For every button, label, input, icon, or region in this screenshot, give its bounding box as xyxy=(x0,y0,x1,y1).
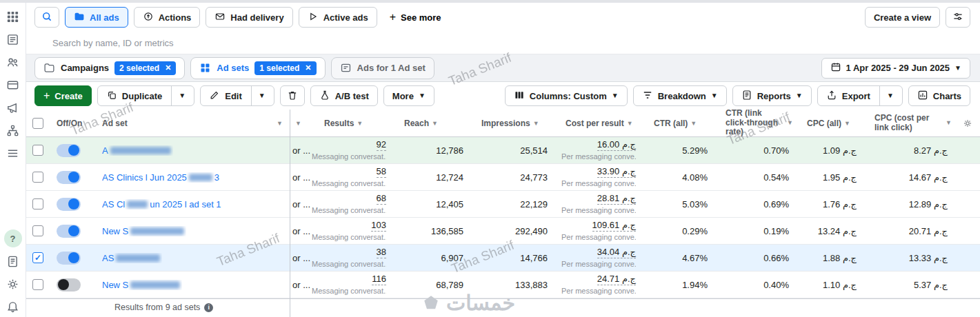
toggle-knob xyxy=(68,172,79,183)
delete-button[interactable] xyxy=(280,85,305,106)
adset-name-link[interactable]: New S xyxy=(102,226,186,236)
row-toggle[interactable] xyxy=(57,198,81,211)
results-value[interactable]: 92 xyxy=(377,140,386,151)
results-value[interactable]: 38 xyxy=(377,247,386,258)
reports-button[interactable]: Reports ▼ xyxy=(732,85,812,106)
chevron-down-icon[interactable]: ▼ xyxy=(259,92,266,99)
row-checkbox[interactable] xyxy=(32,279,43,290)
column-settings-gear-icon[interactable] xyxy=(959,110,977,136)
charts-button[interactable]: Charts xyxy=(908,85,970,106)
row-toggle[interactable] xyxy=(57,252,81,265)
clear-adsets-selection-icon[interactable]: ✕ xyxy=(305,63,311,72)
header-reach[interactable]: Reach▼ xyxy=(397,110,474,136)
tab-ads[interactable]: Ads for 1 Ad set xyxy=(331,57,434,79)
apps-grid-icon[interactable] xyxy=(4,8,22,25)
header-cost-per-result[interactable]: Cost per result▼ xyxy=(559,110,647,136)
sort-caret-icon[interactable]: ▼ xyxy=(627,120,633,127)
row-checkbox[interactable] xyxy=(32,225,43,236)
row-checkbox[interactable] xyxy=(32,198,43,209)
ctr-link-cell: 0.70% xyxy=(719,137,800,163)
notifications-bell-icon[interactable] xyxy=(4,298,22,316)
select-all-checkbox[interactable] xyxy=(32,118,43,129)
business-tools-icon[interactable] xyxy=(4,121,22,139)
sort-caret-icon[interactable]: ▼ xyxy=(277,120,283,127)
results-value[interactable]: 103 xyxy=(371,221,386,232)
sort-caret-icon[interactable]: ▼ xyxy=(690,120,697,127)
row-toggle[interactable] xyxy=(57,278,81,292)
create-button[interactable]: + Create xyxy=(34,85,92,106)
adset-name-link[interactable]: AS Clinics l Jun 20253 xyxy=(102,172,219,183)
info-icon[interactable]: i xyxy=(204,303,213,312)
results-value[interactable]: 68 xyxy=(377,194,386,205)
date-range-picker[interactable]: 1 Apr 2025 - 29 Jun 2025 ▼ xyxy=(821,58,970,79)
ctr-all-cell: 1.94% xyxy=(647,272,719,298)
results-value[interactable]: 116 xyxy=(372,274,386,285)
see-more-button[interactable]: + See more xyxy=(383,7,448,28)
more-button[interactable]: More ▼ xyxy=(383,85,434,106)
filter-all-ads[interactable]: All ads xyxy=(65,7,128,28)
redacted-name-block xyxy=(110,147,171,154)
header-results[interactable]: Results▼ xyxy=(317,110,397,136)
chevron-down-icon[interactable]: ▼ xyxy=(179,92,186,99)
sort-caret-icon[interactable]: ▼ xyxy=(533,120,539,127)
adset-name-link[interactable]: AS xyxy=(102,253,162,263)
sort-caret-icon[interactable]: ▼ xyxy=(946,119,952,126)
row-toggle[interactable] xyxy=(57,225,81,238)
chevron-down-icon[interactable]: ▼ xyxy=(887,92,894,99)
row-toggle[interactable] xyxy=(57,171,81,184)
search-button[interactable] xyxy=(34,7,59,28)
cost-value[interactable]: 109.61 ج.م xyxy=(592,221,636,232)
row-checkbox[interactable] xyxy=(32,172,43,183)
adset-name-link[interactable]: A xyxy=(102,145,173,156)
sort-caret-icon[interactable]: ▼ xyxy=(844,120,850,127)
cost-value[interactable]: 16.00 ج.م xyxy=(597,140,636,151)
pages-icon[interactable] xyxy=(4,30,22,48)
billing-icon[interactable] xyxy=(4,76,22,94)
cpc-link-cell: 12.89 ج.م xyxy=(868,191,959,217)
cost-value[interactable]: 28.81 ج.م xyxy=(597,194,636,205)
export-button[interactable]: Export ▼ xyxy=(817,85,903,106)
header-truncated-column[interactable]: ▼ xyxy=(290,110,317,136)
audiences-icon[interactable] xyxy=(4,53,22,71)
adset-name-link[interactable]: AS Clun 2025 l ad set 1 xyxy=(102,199,221,209)
filter-settings-button[interactable] xyxy=(946,7,970,28)
header-cpc-link[interactable]: CPC (cost per link click)▼ xyxy=(868,110,959,136)
tab-ad-sets[interactable]: Ad sets 1 selected ✕ xyxy=(190,57,325,79)
sort-caret-icon[interactable]: ▼ xyxy=(295,120,301,127)
sort-caret-icon[interactable]: ▼ xyxy=(787,119,793,126)
row-checkbox[interactable] xyxy=(32,252,43,263)
impressions-cell: 14,766 xyxy=(474,245,559,271)
results-value[interactable]: 58 xyxy=(377,167,386,178)
settings-gear-icon[interactable] xyxy=(4,275,22,293)
edit-button[interactable]: Edit ▼ xyxy=(200,85,274,106)
filter-actions[interactable]: Actions xyxy=(134,7,201,28)
header-ctr-link[interactable]: CTR (link click-through rate)▼ xyxy=(719,110,800,136)
sort-caret-icon[interactable]: ▼ xyxy=(357,120,363,127)
megaphone-icon[interactable] xyxy=(4,99,22,116)
header-impressions[interactable]: Impressions▼ xyxy=(474,110,559,136)
menu-icon[interactable] xyxy=(4,144,22,162)
notes-icon[interactable] xyxy=(4,252,22,270)
ab-test-button[interactable]: A/B test xyxy=(310,85,378,106)
filter-had-delivery[interactable]: Had delivery xyxy=(206,7,292,28)
create-view-button[interactable]: Create a view xyxy=(865,7,940,28)
clear-campaigns-selection-icon[interactable]: ✕ xyxy=(165,63,171,72)
create-view-label: Create a view xyxy=(874,12,931,23)
cost-value[interactable]: 24.71 ج.م xyxy=(597,274,636,285)
filter-active-ads[interactable]: Active ads xyxy=(299,7,377,28)
row-toggle[interactable] xyxy=(57,144,81,157)
header-cpc-all[interactable]: CPC (all)▼ xyxy=(800,110,868,136)
cost-value[interactable]: 34.04 ج.م xyxy=(597,247,636,258)
adset-name-link[interactable]: New S xyxy=(102,280,182,290)
header-ctr-all[interactable]: CTR (all)▼ xyxy=(647,110,719,136)
sort-caret-icon[interactable]: ▼ xyxy=(432,120,438,127)
help-icon[interactable]: ? xyxy=(4,229,22,247)
row-checkbox[interactable] xyxy=(32,145,43,156)
tab-campaigns[interactable]: Campaigns 2 selected ✕ xyxy=(34,57,185,79)
search-input[interactable] xyxy=(52,38,702,48)
header-ad-set[interactable]: Ad set▼ xyxy=(95,110,290,136)
cost-value[interactable]: 33.90 ج.م xyxy=(597,167,636,178)
columns-button[interactable]: Columns: Custom ▼ xyxy=(505,85,628,106)
duplicate-button[interactable]: Duplicate ▼ xyxy=(97,85,194,106)
breakdown-button[interactable]: Breakdown ▼ xyxy=(633,85,727,106)
